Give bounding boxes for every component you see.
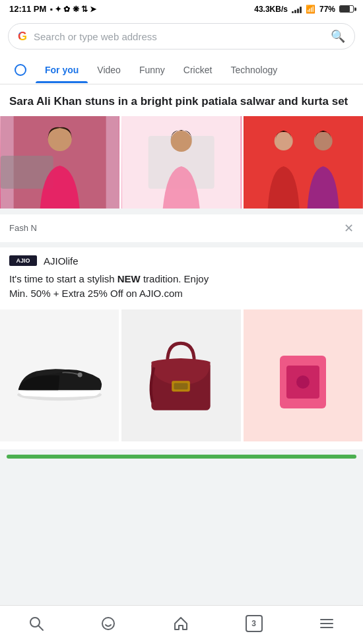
ad-text: It's time to start a stylish NEW traditi… [9, 272, 354, 302]
wifi-icon: 📶 [306, 5, 315, 14]
tab-video[interactable]: Video [88, 57, 130, 83]
tabs-container: For you Video Funny Cricket Technology [0, 56, 363, 84]
nav-tabs[interactable]: 3 [232, 612, 276, 635]
product-third[interactable] [244, 309, 362, 441]
tab-count-badge[interactable]: 3 [246, 615, 263, 632]
news-card[interactable]: Sara Ali Khan stuns in a bright pink pat… [0, 84, 363, 209]
chat-nav-icon [100, 616, 116, 631]
search-nav-icon [28, 616, 44, 631]
search-icon[interactable]: 🔍 [331, 29, 345, 44]
source-name: Fash N [9, 223, 37, 233]
svg-point-18 [296, 375, 310, 389]
menu-nav-icon [319, 616, 335, 631]
svg-line-20 [38, 626, 43, 630]
nav-menu[interactable] [306, 613, 348, 634]
google-logo: G [18, 30, 27, 44]
nav-home[interactable] [160, 613, 202, 634]
search-bar[interactable]: G Search or type web address 🔍 [8, 23, 355, 49]
time: 12:11 PM [9, 4, 46, 14]
battery-icon [339, 5, 354, 13]
product-bag[interactable] [121, 309, 240, 441]
tab-cricket[interactable]: Cricket [174, 57, 222, 83]
data-speed: 43.3KB/s [254, 5, 288, 14]
status-bar: 12:11 PM ▪ ✦ ✿ ❋ ⇅ ➤ 43.3KB/s 📶 77% [0, 0, 363, 18]
ad-header: AJIO AJIOlife [9, 255, 354, 267]
news-title: Sara Ali Khan stuns in a bright pink pat… [9, 94, 354, 110]
news-image-3[interactable] [244, 116, 363, 209]
green-progress-bar [7, 455, 356, 459]
tab-globe[interactable] [5, 56, 36, 84]
ajio-logo: AJIO [9, 255, 37, 266]
main-content: Sara Ali Khan stuns in a bright pink pat… [0, 84, 363, 517]
home-nav-icon [173, 616, 189, 631]
ad-card[interactable]: AJIO AJIOlife It's time to start a styli… [0, 247, 363, 449]
svg-rect-7 [244, 116, 362, 209]
signal-icon [292, 5, 302, 13]
tab-technology[interactable]: Technology [221, 57, 286, 83]
svg-point-12 [78, 372, 82, 377]
nav-chat[interactable] [87, 613, 129, 634]
news-images [0, 116, 363, 209]
tab-for-you[interactable]: For you [36, 57, 88, 83]
product-shoe[interactable] [0, 309, 119, 441]
search-input[interactable]: Search or type web address [34, 31, 331, 42]
svg-rect-15 [174, 383, 188, 389]
svg-point-6 [171, 131, 192, 152]
tab-funny[interactable]: Funny [130, 57, 174, 83]
battery-percent: 77% [319, 5, 335, 14]
nav-search[interactable] [15, 613, 57, 634]
bottom-nav: 3 [0, 605, 363, 644]
ad-products [0, 309, 363, 441]
notification-icon: ▪ ✦ ✿ ❋ ⇅ ➤ [50, 5, 96, 14]
globe-icon [15, 64, 26, 76]
svg-point-21 [102, 618, 114, 629]
news-image-2[interactable] [121, 116, 241, 209]
news-image-1[interactable] [0, 116, 119, 209]
brand-name: AJIOlife [44, 255, 79, 267]
source-row: Fash N ✕ [0, 214, 363, 242]
search-bar-container: G Search or type web address 🔍 [0, 18, 363, 56]
close-button[interactable]: ✕ [344, 221, 354, 236]
